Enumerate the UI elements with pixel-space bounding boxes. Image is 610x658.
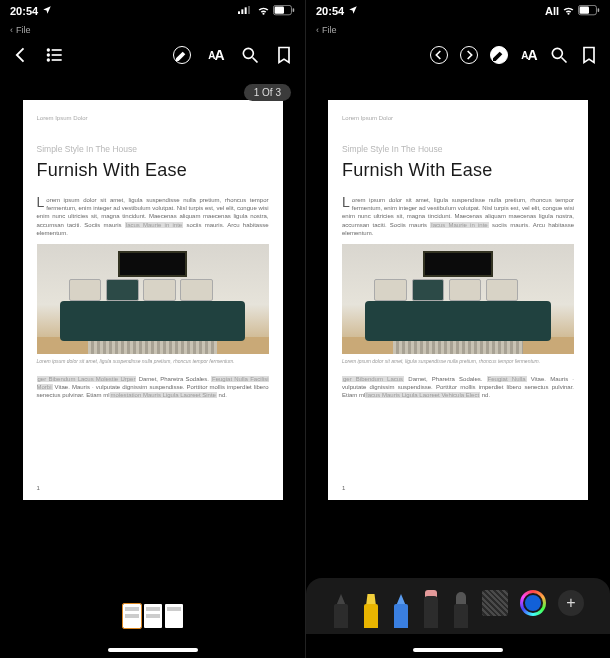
bottom-zone-markup: +: [306, 548, 610, 658]
doc-title: Furnish With Ease: [37, 158, 269, 182]
doc-running-header: Lorem Ipsum Dolor: [37, 114, 269, 122]
para2-end: nd.: [217, 392, 227, 398]
document-page: Lorem Ipsum Dolor Simple Style In The Ho…: [23, 100, 283, 500]
svg-rect-6: [293, 8, 295, 12]
para2-hl3: molestation Mauris Ligula Laoreet Sinte: [110, 392, 217, 398]
wifi-icon: [562, 4, 575, 19]
doc-paragraph-1: Lorem ipsum dolor sit amet, ligula suspe…: [37, 196, 269, 237]
screen-left-reading: 20:54 ‹ File: [0, 0, 305, 658]
status-right: [238, 4, 295, 19]
page-thumbnails: [123, 604, 183, 628]
tool-highlighter[interactable]: [362, 588, 380, 628]
battery-icon: [273, 5, 295, 18]
svg-rect-2: [245, 7, 247, 14]
redo-button[interactable]: [458, 44, 480, 66]
svg-rect-3: [248, 6, 250, 14]
doc-image: [342, 244, 574, 354]
undo-button[interactable]: [428, 44, 450, 66]
tool-lasso[interactable]: [452, 588, 470, 628]
wifi-icon: [257, 4, 270, 19]
tool-pen[interactable]: [332, 588, 350, 628]
search-button[interactable]: [548, 44, 570, 66]
svg-rect-1: [241, 9, 243, 14]
reader-toolbar: AA: [0, 38, 305, 72]
doc-paragraph-2: ger Bibendum Lacus Damet, Pharetra Sodal…: [342, 375, 574, 400]
thumbnail-page-1[interactable]: [123, 604, 141, 628]
svg-point-9: [48, 54, 50, 56]
para2-hl1: ger Bibendum Lacus Molestie Urper: [37, 376, 137, 382]
document-viewport[interactable]: Lorem Ipsum Dolor Simple Style In The Ho…: [0, 72, 305, 548]
location-arrow-icon: [42, 5, 52, 17]
text-a-large-icon: A: [215, 47, 224, 63]
svg-point-11: [48, 59, 50, 61]
pencil-circle-icon: [173, 46, 191, 64]
dropcap: L: [37, 196, 47, 209]
svg-point-18: [552, 48, 562, 58]
thumbnail-page-2[interactable]: [144, 604, 162, 628]
file-back-row[interactable]: ‹ File: [306, 22, 610, 38]
carrier-label: All: [545, 5, 559, 17]
search-button[interactable]: [239, 44, 261, 66]
doc-subtitle: Simple Style In The House: [342, 144, 574, 155]
para1-highlight: lacus Maurie in inte: [430, 222, 488, 228]
status-left: 20:54: [10, 5, 52, 17]
add-shape-button[interactable]: +: [558, 590, 584, 616]
tool-pencil[interactable]: [392, 588, 410, 628]
battery-icon: [578, 5, 600, 18]
para2-hl3: lacus Mauris Ligula Laoreet Vehicula Ele…: [365, 392, 480, 398]
svg-point-13: [243, 48, 253, 58]
location-arrow-icon: [348, 5, 358, 17]
text-size-button[interactable]: AA: [518, 44, 540, 66]
bookmark-button[interactable]: [273, 44, 295, 66]
svg-rect-0: [238, 11, 240, 14]
para2-mid: Damet, Pharetra Sodales.: [136, 376, 211, 382]
document-page: Lorem Ipsum Dolor Simple Style In The Ho…: [328, 100, 588, 500]
doc-paragraph-1: Lorem ipsum dolor sit amet, ligula suspe…: [342, 196, 574, 237]
doc-image-caption: Lorem ipsum dolor sit amet, ligula suspe…: [342, 358, 574, 365]
plus-icon: +: [566, 594, 575, 612]
doc-page-number: 1: [37, 484, 40, 492]
pencil-circle-filled-icon: [490, 46, 508, 64]
page-indicator-text: 1 Of 3: [254, 87, 281, 98]
text-a-large-icon: A: [528, 47, 537, 63]
doc-running-header: Lorem Ipsum Dolor: [342, 114, 574, 122]
thumbnail-page-3[interactable]: [165, 604, 183, 628]
home-indicator[interactable]: [108, 648, 198, 652]
doc-subtitle: Simple Style In The House: [37, 144, 269, 155]
svg-line-19: [562, 58, 567, 63]
bookmark-button[interactable]: [578, 44, 600, 66]
para2-end: nd.: [480, 392, 490, 398]
para2-hl1: ger Bibendum Lacus: [342, 376, 404, 382]
status-bar: 20:54 All: [306, 0, 610, 22]
status-bar: 20:54: [0, 0, 305, 22]
document-viewport[interactable]: Lorem Ipsum Dolor Simple Style In The Ho…: [306, 72, 610, 548]
back-button[interactable]: [10, 44, 32, 66]
chevron-left-icon: ‹: [10, 25, 13, 35]
contents-button[interactable]: [44, 44, 66, 66]
tool-ruler[interactable]: [482, 590, 508, 616]
page-indicator-badge: 1 Of 3: [244, 84, 291, 101]
doc-page-number: 1: [342, 484, 345, 492]
text-size-button[interactable]: AA: [205, 44, 227, 66]
file-back-row[interactable]: ‹ File: [0, 22, 305, 38]
markup-button-active[interactable]: [488, 44, 510, 66]
doc-image-caption: Lorem ipsum dolor sit amet, ligula suspe…: [37, 358, 269, 365]
doc-title: Furnish With Ease: [342, 158, 574, 182]
doc-image: [37, 244, 269, 354]
undo-icon: [430, 46, 448, 64]
bottom-zone-thumbs: [0, 548, 305, 658]
markup-button[interactable]: [171, 44, 193, 66]
para1-highlight: lacus Maurie in inte: [125, 222, 183, 228]
screen-right-markup: 20:54 All ‹ File: [305, 0, 610, 658]
markup-toolbar: AA: [306, 38, 610, 72]
tool-eraser[interactable]: [422, 588, 440, 628]
home-indicator[interactable]: [413, 648, 503, 652]
svg-rect-16: [580, 6, 589, 13]
redo-icon: [460, 46, 478, 64]
file-back-label: File: [322, 25, 337, 35]
chevron-left-icon: ‹: [316, 25, 319, 35]
color-picker-button[interactable]: [520, 590, 546, 616]
status-left: 20:54: [316, 5, 358, 17]
svg-point-7: [48, 49, 50, 51]
svg-rect-5: [275, 6, 284, 13]
